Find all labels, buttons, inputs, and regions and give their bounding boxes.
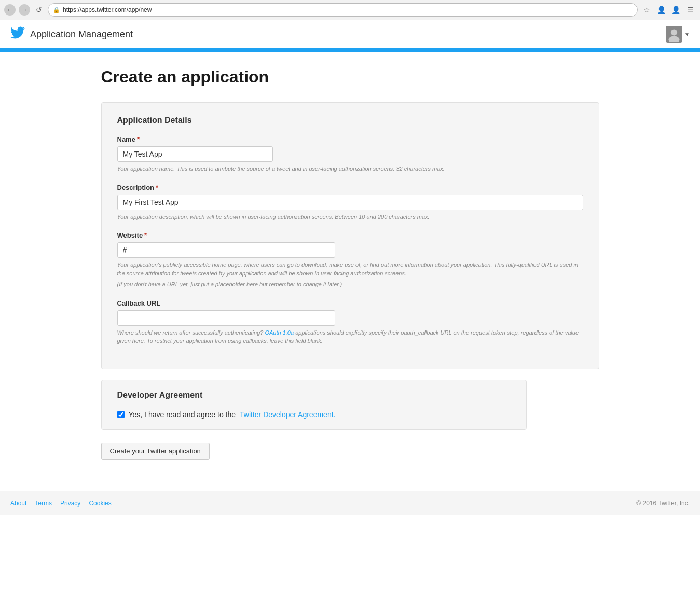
name-help-text: Your application name. This is used to a… [117,164,583,173]
star-button[interactable]: ☆ [641,4,652,16]
website-form-group: Website* Your application's publicly acc… [117,231,583,289]
page-title: Create an application [101,67,599,87]
address-bar-wrapper: 🔒 [48,3,638,17]
website-help-text-1: Your application's publicly accessible h… [117,260,583,278]
callback-label: Callback URL [117,299,583,307]
description-label: Description* [117,184,583,191]
page-content: Create an application Application Detail… [91,52,610,491]
website-help-text-2: (If you don't have a URL yet, just put a… [117,280,583,289]
address-bar[interactable] [48,3,638,17]
create-application-button[interactable]: Create your Twitter application [101,443,210,460]
copyright-text: © 2016 Twitter, Inc. [636,500,690,507]
website-required-star: * [144,231,147,239]
oauth-link[interactable]: OAuth 1.0a [265,329,294,336]
footer-terms-link[interactable]: Terms [35,500,52,507]
back-button[interactable]: ← [4,4,16,16]
user-avatar [666,26,682,43]
description-required-star: * [156,184,158,191]
website-input[interactable] [117,242,335,258]
menu-button[interactable]: ☰ [684,4,696,16]
name-label: Name* [117,135,583,143]
footer-cookies-link[interactable]: Cookies [89,500,111,507]
agreement-link[interactable]: Twitter Developer Agreement. [240,410,335,419]
description-form-group: Description* Your application descriptio… [117,184,583,222]
refresh-button[interactable]: ↺ [33,4,45,16]
page-footer: About Terms Privacy Cookies © 2016 Twitt… [0,491,700,515]
agreement-checkbox[interactable] [117,411,125,418]
callback-form-group: Callback URL Where should we return afte… [117,299,583,346]
forward-button[interactable]: → [19,4,30,16]
user-avatar-dropdown-icon: ▼ [684,32,690,37]
developer-agreement-card: Developer Agreement Yes, I have read and… [101,380,527,430]
browser-actions: ☆ 👤 👤 ☰ [641,4,696,16]
agreement-text: Yes, I have read and agree to the [129,410,236,419]
browser-toolbar: ← → ↺ 🔒 ☆ 👤 👤 ☰ [0,0,700,20]
twitter-bird-icon [10,25,25,43]
developer-agreement-title: Developer Agreement [117,391,511,400]
svg-point-1 [671,29,677,35]
browser-chrome: ← → ↺ 🔒 ☆ 👤 👤 ☰ [0,0,700,20]
account-button[interactable]: 👤 [670,4,681,16]
callback-help-text: Where should we return after successfull… [117,328,583,346]
footer-links: About Terms Privacy Cookies [10,500,112,507]
footer-about-link[interactable]: About [10,500,26,507]
lock-icon: 🔒 [53,7,60,13]
footer-privacy-link[interactable]: Privacy [60,500,80,507]
application-details-title: Application Details [117,116,583,125]
twitter-logo-area: Application Management [10,25,133,43]
name-input[interactable] [117,146,273,162]
agreement-checkbox-row: Yes, I have read and agree to the Twitte… [117,410,511,419]
description-help-text: Your application description, which will… [117,213,583,222]
profile-button[interactable]: 👤 [655,4,667,16]
callback-input[interactable] [117,310,335,326]
website-label: Website* [117,231,583,239]
description-input[interactable] [117,195,583,210]
twitter-header: Application Management ▼ [0,20,700,50]
name-form-group: Name* Your application name. This is use… [117,135,583,173]
app-management-title: Application Management [30,29,133,40]
name-required-star: * [137,135,140,143]
application-details-card: Application Details Name* Your applicati… [101,102,599,369]
user-avatar-wrapper[interactable]: ▼ [666,26,690,43]
